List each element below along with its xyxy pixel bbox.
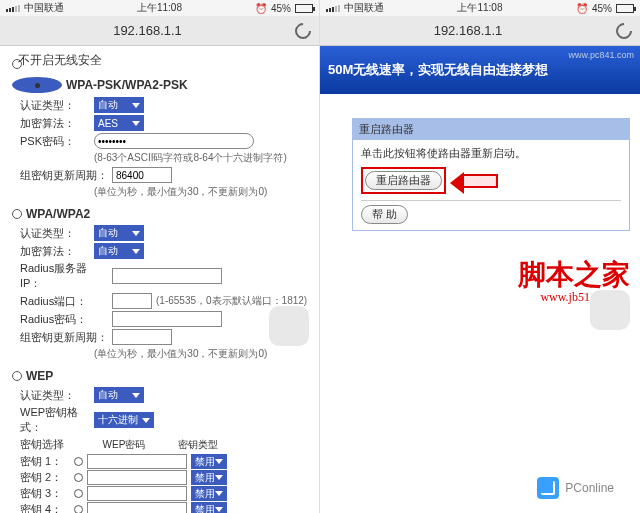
radius-ip-input[interactable] (112, 268, 222, 284)
key3-input[interactable] (87, 486, 187, 501)
key4-radio[interactable] (74, 505, 83, 513)
wpa-groupkey-input[interactable] (112, 329, 172, 345)
panel-title: 重启路由器 (353, 119, 629, 140)
groupkey-label: 组密钥更新周期： (20, 168, 108, 183)
alarm-icon: ⏰ (255, 3, 267, 14)
algo-select[interactable]: AES (94, 115, 144, 131)
key4-type-select[interactable]: 禁用 (191, 502, 227, 513)
battery-icon (295, 4, 313, 13)
key1-type-select[interactable]: 禁用 (191, 454, 227, 469)
signal-icon (6, 5, 20, 12)
wpa-algo-select[interactable]: 自动 (94, 243, 144, 259)
refresh-icon[interactable] (292, 19, 315, 42)
auth-type-select[interactable]: 自动 (94, 97, 144, 113)
pconline-watermark: PConline (537, 477, 614, 499)
clock: 上午11:08 (137, 1, 182, 15)
key1-radio[interactable] (74, 457, 83, 466)
radio-disable-security[interactable]: 不开启无线安全 (12, 54, 309, 73)
psk-label: PSK密码： (20, 134, 90, 149)
reboot-panel: 重启路由器 单击此按钮将使路由器重新启动。 重启路由器 帮 助 (352, 118, 630, 231)
router-banner: 50M无线速率，实现无线自由连接梦想 www.pc841.com (320, 46, 640, 94)
key1-input[interactable] (87, 454, 187, 469)
battery-icon (616, 4, 634, 13)
key2-input[interactable] (87, 470, 187, 485)
reboot-button[interactable]: 重启路由器 (365, 171, 442, 190)
address-bar: 192.168.1.1 (0, 16, 319, 46)
pconline-icon (537, 477, 559, 499)
ios-home-indicator (269, 306, 309, 346)
key2-radio[interactable] (74, 473, 83, 482)
annotation-arrow (462, 174, 498, 188)
radio-selected-icon (12, 77, 62, 93)
refresh-icon[interactable] (613, 19, 636, 42)
algo-label: 加密算法： (20, 116, 90, 131)
help-button[interactable]: 帮 助 (361, 205, 408, 224)
radius-port-input[interactable] (112, 293, 152, 309)
key3-type-select[interactable]: 禁用 (191, 486, 227, 501)
radio-wep[interactable]: WEP (12, 369, 309, 383)
battery-pct: 45% (271, 3, 291, 14)
signal-icon (326, 5, 340, 12)
radio-wpa[interactable]: WPA/WPA2 (12, 207, 309, 221)
panel-desc: 单击此按钮将使路由器重新启动。 (361, 146, 621, 161)
wpa-auth-select[interactable]: 自动 (94, 225, 144, 241)
radius-pwd-input[interactable] (112, 311, 222, 327)
groupkey-input[interactable] (112, 167, 172, 183)
ios-home-indicator (590, 290, 630, 330)
wep-fmt-select[interactable]: 十六进制 (94, 412, 154, 428)
auth-type-label: 认证类型： (20, 98, 90, 113)
wep-auth-select[interactable]: 自动 (94, 387, 144, 403)
carrier-label: 中国联通 (24, 1, 64, 15)
groupkey-hint: (单位为秒，最小值为30，不更新则为0) (94, 185, 309, 199)
status-bar: 中国联通 上午11:08 ⏰ 45% (0, 0, 319, 16)
key3-radio[interactable] (74, 489, 83, 498)
url-label[interactable]: 192.168.1.1 (8, 23, 287, 38)
radio-wpa-psk[interactable]: WPA-PSK/WPA2-PSK (12, 77, 309, 93)
key2-type-select[interactable]: 禁用 (191, 470, 227, 485)
psk-input[interactable] (94, 133, 254, 149)
address-bar: 192.168.1.1 (320, 16, 640, 46)
psk-hint: (8-63个ASCII码字符或8-64个十六进制字符) (94, 151, 309, 165)
status-bar: 中国联通 上午11:08 ⏰ 45% (320, 0, 640, 16)
key4-input[interactable] (87, 502, 187, 513)
url-label[interactable]: 192.168.1.1 (328, 23, 608, 38)
